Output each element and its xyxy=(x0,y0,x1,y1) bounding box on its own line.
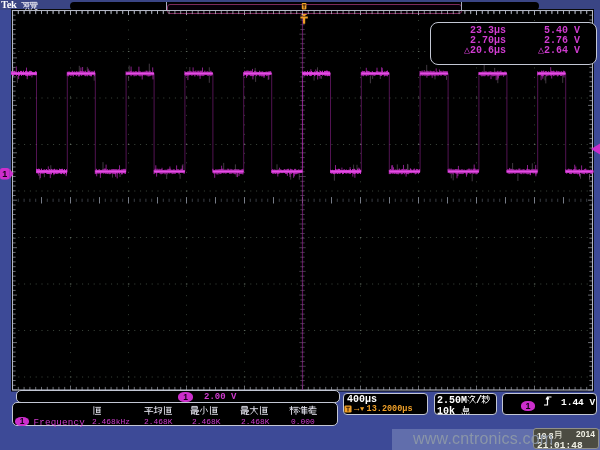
svg-text:1: 1 xyxy=(2,169,7,179)
